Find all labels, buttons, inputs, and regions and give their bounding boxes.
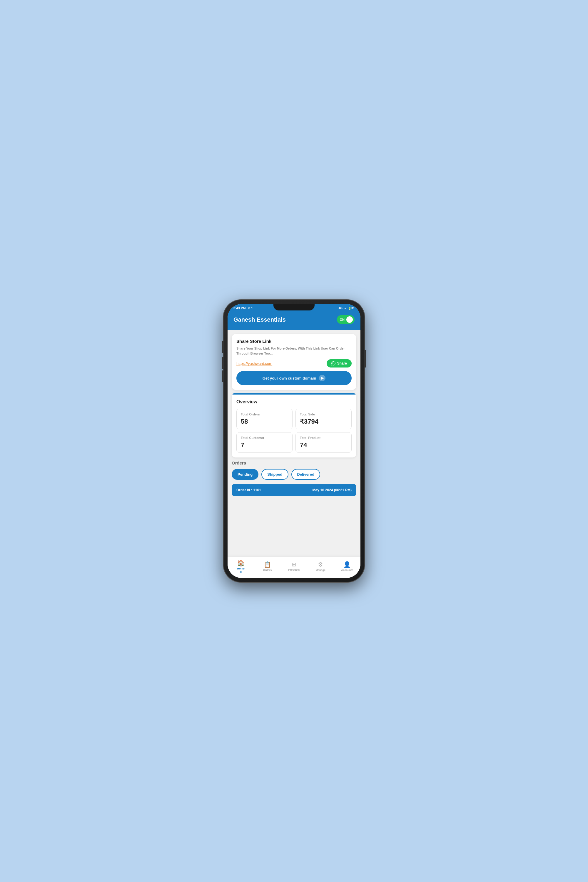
stat-value-product: 74 (300, 441, 347, 449)
toggle-label: ON (340, 318, 345, 321)
app-header: Ganesh Essentials ON (228, 311, 360, 330)
nav-active-dot (240, 571, 242, 573)
share-whatsapp-button[interactable]: Share (327, 359, 352, 368)
signal-icon: 4G (339, 307, 342, 310)
stat-value-sale: ₹3794 (300, 418, 347, 425)
share-store-card: Share Store Link Share Your Shop Link Fo… (232, 334, 356, 390)
share-card-title: Share Store Link (236, 339, 352, 344)
overview-title: Overview (236, 399, 352, 405)
stat-card-orders: Total Orders 58 (236, 409, 292, 429)
nav-item-orders[interactable]: 📋 Orders (259, 561, 276, 572)
stat-card-product: Total Product 74 (296, 432, 352, 453)
main-content: Share Store Link Share Your Shop Link Fo… (228, 330, 360, 557)
wifi-icon: ▲ (344, 307, 346, 310)
share-card-description: Share Your Shop Link For More Orders. Wi… (236, 346, 352, 356)
nav-label-accounts: Accounts (341, 568, 353, 572)
stat-card-customer: Total Customer 7 (236, 432, 292, 453)
stat-label-sale: Total Sale (300, 412, 347, 416)
status-icons: 4G ▲ 🔋31 (339, 307, 355, 310)
phone-frame: 3:43 PM | 0.1... 4G ▲ 🔋31 Ganesh Essenti… (224, 300, 364, 582)
share-link-row: https://yashwant.com Share (236, 359, 352, 368)
tab-delivered-label: Delivered (297, 472, 315, 477)
custom-domain-label: Get your own custom domain (262, 376, 316, 380)
custom-domain-button[interactable]: Get your own custom domain ▶ (236, 371, 352, 385)
order-id: Order Id : 1161 (236, 488, 261, 492)
store-toggle[interactable]: ON (337, 315, 355, 324)
toggle-circle (346, 316, 353, 323)
tab-pending[interactable]: Pending (232, 469, 258, 480)
stat-label-customer: Total Customer (241, 436, 288, 440)
phone-screen: 3:43 PM | 0.1... 4G ▲ 🔋31 Ganesh Essenti… (228, 304, 360, 578)
arrow-icon: ▶ (319, 375, 326, 381)
tab-shipped[interactable]: Shipped (261, 469, 288, 480)
stat-label-orders: Total Orders (241, 412, 288, 416)
stat-value-customer: 7 (241, 441, 288, 449)
stats-grid: Total Orders 58 Total Sale ₹3794 Total C… (236, 409, 352, 453)
order-card[interactable]: Order Id : 1161 May 16 2024 (06:21 PM) (232, 484, 356, 496)
nav-item-home[interactable]: 🏠 Home (232, 560, 250, 573)
stat-value-orders: 58 (241, 418, 288, 425)
order-date: May 16 2024 (06:21 PM) (312, 488, 352, 492)
orders-section: Orders Pending Shipped Delivered Order I… (228, 460, 360, 496)
overview-section: Overview Total Orders 58 Total Sale ₹379… (232, 393, 356, 458)
order-tabs: Pending Shipped Delivered (232, 469, 356, 480)
store-link[interactable]: https://yashwant.com (236, 362, 272, 366)
app-title: Ganesh Essentials (233, 316, 286, 323)
stat-label-product: Total Product (300, 436, 347, 440)
nav-label-home: Home (237, 567, 244, 570)
whatsapp-icon (332, 362, 336, 366)
manage-icon: ⚙ (318, 561, 323, 568)
stat-card-sale: Total Sale ₹3794 (296, 409, 352, 429)
nav-label-orders: Orders (263, 568, 272, 572)
tab-delivered[interactable]: Delivered (291, 469, 321, 480)
accounts-icon: 👤 (344, 561, 351, 568)
share-button-label: Share (337, 362, 347, 366)
tab-pending-label: Pending (237, 472, 252, 477)
status-time: 3:43 PM | 0.1... (233, 306, 255, 310)
overview-body: Overview Total Orders 58 Total Sale ₹379… (232, 394, 356, 458)
nav-label-products: Products (288, 568, 300, 571)
battery-icon: 🔋31 (348, 307, 355, 310)
bottom-nav: 🏠 Home 📋 Orders ⊞ Products ⚙ Manage 👤 Ac… (228, 557, 360, 578)
nav-item-manage[interactable]: ⚙ Manage (312, 561, 329, 572)
nav-item-accounts[interactable]: 👤 Accounts (338, 561, 356, 572)
nav-item-products[interactable]: ⊞ Products (285, 561, 303, 571)
home-icon: 🏠 (237, 560, 244, 567)
orders-icon: 📋 (264, 561, 271, 568)
orders-title: Orders (232, 460, 356, 465)
notch (273, 304, 315, 310)
tab-shipped-label: Shipped (267, 472, 282, 477)
nav-label-manage: Manage (316, 568, 326, 572)
products-icon: ⊞ (292, 561, 296, 568)
